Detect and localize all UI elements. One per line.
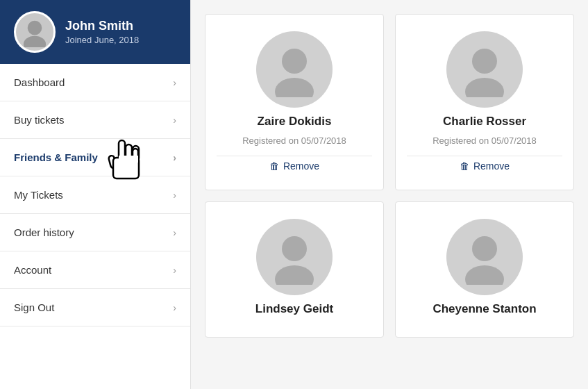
svg-point-1 (24, 36, 46, 47)
friend-avatar (256, 31, 333, 108)
friend-name: Cheyenne Stanton (432, 302, 536, 316)
sidebar-item-label: Account (14, 264, 51, 276)
sidebar-item-label: Buy tickets (14, 114, 65, 126)
remove-button[interactable]: 🗑 Remove (407, 156, 562, 176)
svg-point-7 (275, 265, 314, 285)
friend-name: Lindsey Geidt (255, 302, 333, 316)
friend-card: Charlie Rosser Registered on 05/07/2018 … (395, 14, 574, 190)
chevron-right-icon: › (173, 115, 176, 126)
remove-button[interactable]: 🗑 Remove (217, 156, 372, 176)
chevron-right-icon: › (173, 227, 176, 238)
sidebar-item-label: Sign Out (14, 301, 54, 313)
sidebar-item-sign-out[interactable]: Sign Out › (0, 289, 190, 326)
avatar (14, 11, 56, 53)
friend-avatar (446, 31, 523, 108)
svg-point-4 (472, 49, 497, 74)
sidebar-item-account[interactable]: Account › (0, 251, 190, 289)
svg-point-5 (465, 78, 504, 97)
sidebar-item-buy-tickets[interactable]: Buy tickets › (0, 101, 190, 139)
chevron-right-icon: › (173, 302, 176, 313)
friend-card: Cheyenne Stanton (395, 201, 574, 338)
sidebar-item-my-tickets[interactable]: My Tickets › (0, 176, 190, 214)
friend-avatar (446, 219, 523, 295)
svg-point-8 (472, 236, 497, 261)
sidebar-item-order-history[interactable]: Order history › (0, 214, 190, 251)
sidebar-item-label: Dashboard (14, 76, 65, 88)
user-info: John Smith Joined June, 2018 (65, 19, 139, 45)
sidebar-item-dashboard[interactable]: Dashboard › (0, 64, 190, 101)
sidebar-item-friends-family[interactable]: Friends & Family › (0, 139, 190, 176)
friend-registered: Registered on 05/07/2018 (432, 135, 537, 146)
friend-name: Zaire Dokidis (258, 115, 332, 129)
sidebar-header: John Smith Joined June, 2018 (0, 0, 190, 64)
sidebar-item-label: My Tickets (14, 189, 63, 201)
sidebar: John Smith Joined June, 2018 Dashboard ›… (0, 0, 191, 389)
svg-point-0 (28, 21, 42, 35)
sidebar-navigation: Dashboard › Buy tickets › Friends & Fami… (0, 64, 190, 326)
chevron-right-icon: › (173, 152, 176, 163)
friend-name: Charlie Rosser (443, 115, 526, 129)
chevron-right-icon: › (173, 265, 176, 276)
friend-avatar (256, 219, 333, 295)
remove-label: Remove (473, 160, 510, 172)
friend-card: Lindsey Geidt (205, 201, 384, 338)
sidebar-username: John Smith (65, 19, 139, 33)
friend-card: Zaire Dokidis Registered on 05/07/2018 🗑… (205, 14, 384, 190)
remove-label: Remove (283, 160, 319, 172)
sidebar-item-label: Order history (14, 226, 74, 238)
chevron-right-icon: › (173, 190, 176, 201)
svg-point-9 (465, 265, 504, 285)
chevron-right-icon: › (173, 77, 176, 88)
svg-point-3 (275, 78, 314, 97)
svg-point-2 (282, 49, 307, 74)
sidebar-item-label: Friends & Family (14, 151, 98, 163)
trash-icon: 🗑 (460, 160, 469, 172)
friend-registered: Registered on 05/07/2018 (242, 135, 346, 146)
sidebar-joined: Joined June, 2018 (65, 35, 139, 45)
main-content: Zaire Dokidis Registered on 05/07/2018 🗑… (191, 0, 588, 389)
svg-point-6 (282, 236, 307, 261)
friends-grid: Zaire Dokidis Registered on 05/07/2018 🗑… (205, 14, 574, 338)
trash-icon: 🗑 (269, 160, 279, 172)
